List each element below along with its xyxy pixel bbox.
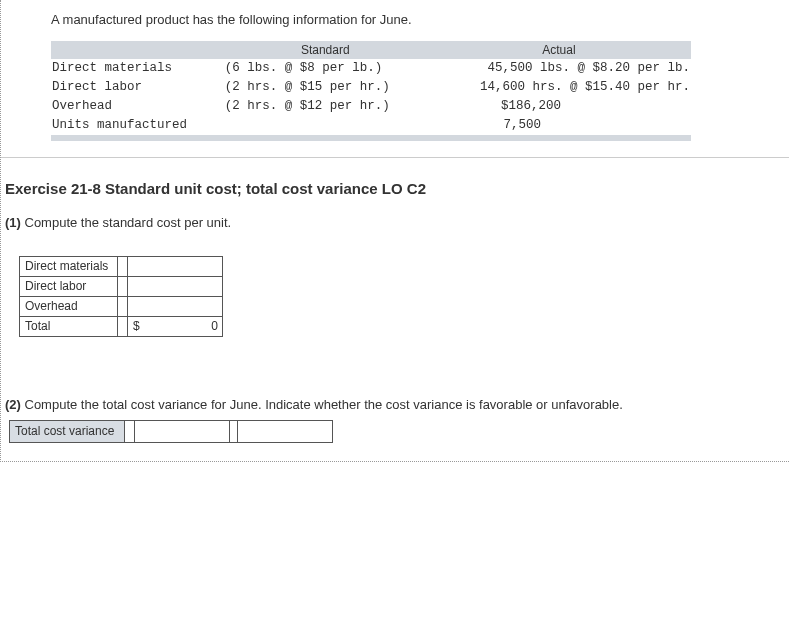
row-standard: (2 hrs. @ $12 per hr.) xyxy=(224,97,427,116)
calc-notch xyxy=(118,256,128,276)
exercise-title: Exercise 21-8 Standard unit cost; total … xyxy=(5,180,789,197)
row-label: Direct materials xyxy=(51,59,224,78)
row-actual: $186,200 xyxy=(427,97,691,116)
variance-notch xyxy=(230,420,238,442)
calc-input[interactable] xyxy=(128,296,223,316)
calc-notch xyxy=(118,276,128,296)
calc-notch xyxy=(118,296,128,316)
variance-label: Total cost variance xyxy=(10,420,125,442)
q1-text: Compute the standard cost per unit. xyxy=(21,215,231,230)
q1-number: (1) xyxy=(5,215,21,230)
calc-input[interactable] xyxy=(128,276,223,296)
row-label: Units manufactured xyxy=(51,116,224,135)
variance-notch xyxy=(125,420,135,442)
question-1: (1) Compute the standard cost per unit. xyxy=(5,215,789,230)
header-actual: Actual xyxy=(427,41,691,59)
q2-text: Compute the total cost variance for June… xyxy=(21,397,623,412)
row-standard: (6 lbs. @ $8 per lb.) xyxy=(224,59,427,78)
variance-table: Total cost variance xyxy=(9,420,333,443)
header-standard: Standard xyxy=(224,41,427,59)
calc-notch xyxy=(118,316,128,336)
row-label: Direct labor xyxy=(51,78,224,97)
row-label: Overhead xyxy=(51,97,224,116)
row-standard xyxy=(224,116,427,135)
info-table: Standard Actual Direct materials (6 lbs.… xyxy=(51,41,691,141)
dollar-sign: $ xyxy=(133,319,140,333)
total-value: 0 xyxy=(211,319,218,333)
header-blank xyxy=(51,41,224,59)
intro-text: A manufactured product has the following… xyxy=(51,12,789,27)
q2-number: (2) xyxy=(5,397,21,412)
standard-cost-table: Direct materials Direct labor Overhead T… xyxy=(19,256,223,337)
row-actual: 14,600 hrs. @ $15.40 per hr. xyxy=(427,78,691,97)
calc-label: Direct labor xyxy=(20,276,118,296)
variance-select[interactable] xyxy=(238,420,333,442)
row-actual: 45,500 lbs. @ $8.20 per lb. xyxy=(427,59,691,78)
calc-total: $ 0 xyxy=(128,316,223,336)
table-strip xyxy=(51,135,691,141)
question-2: (2) Compute the total cost variance for … xyxy=(5,397,789,412)
variance-input[interactable] xyxy=(135,420,230,442)
calc-label: Overhead xyxy=(20,296,118,316)
calc-label-total: Total xyxy=(20,316,118,336)
calc-label: Direct materials xyxy=(20,256,118,276)
row-standard: (2 hrs. @ $15 per hr.) xyxy=(224,78,427,97)
row-actual: 7,500 xyxy=(427,116,691,135)
calc-input[interactable] xyxy=(128,256,223,276)
